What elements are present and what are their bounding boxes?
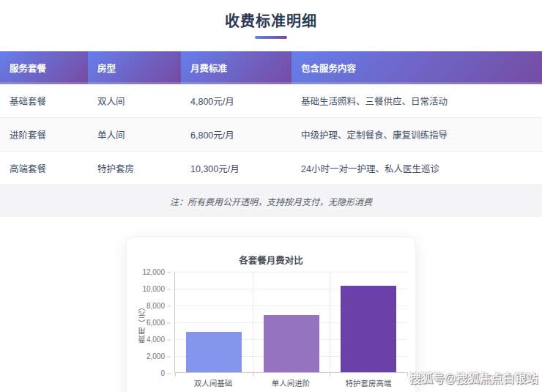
x-label-premium: 特护套房高端 (330, 377, 407, 388)
x-axis-labels: 双人间基础 单人间进阶 特护套房高端 (174, 377, 407, 388)
table-row: 进阶套餐 单人间 6,800元/月 中级护理、定制餐食、康复训练指导 (0, 118, 542, 152)
watermark: 搜狐号@搜狐焦点白银站 (409, 369, 538, 386)
cell-monthly-fee: 6,800元/月 (181, 118, 292, 151)
gridline (175, 272, 407, 273)
table-row: 基础套餐 双人间 4,800元/月 基础生活照料、三餐供应、日常活动 (0, 84, 542, 118)
table-header-monthly-fee: 月费标准 (181, 51, 292, 84)
gridline (330, 272, 330, 372)
cell-room-type: 单人间 (88, 118, 181, 151)
bar-chart-card: 各套餐月费对比 费用（元） 12,000 10,000 8,000 6,000 … (126, 237, 416, 392)
cell-package: 高端套餐 (0, 152, 88, 185)
table-header-room-type: 房型 (88, 51, 181, 84)
title-underline-accent (255, 36, 287, 39)
cell-room-type: 特护套房 (88, 152, 181, 185)
gridline (253, 272, 253, 372)
table-footnote: 注：所有费用公开透明，支持按月支付，无隐形消费 (0, 185, 542, 217)
x-label-basic: 双人间基础 (174, 377, 252, 388)
x-tick-mark (407, 373, 408, 377)
x-label-advanced: 单人间进阶 (252, 377, 330, 388)
cell-package: 进阶套餐 (0, 118, 88, 151)
y-tick: 12,000 (142, 268, 165, 276)
table-header-package: 服务套餐 (0, 51, 88, 84)
cell-services: 24小时一对一护理、私人医生巡诊 (292, 152, 542, 185)
y-tick: 0 (160, 369, 165, 377)
x-tick-mark (253, 373, 253, 377)
y-tick: 10,000 (142, 285, 165, 293)
cell-services: 基础生活照料、三餐供应、日常活动 (292, 84, 542, 117)
bar-basic-package (186, 332, 242, 372)
x-tick-mark (175, 373, 176, 377)
bar-advanced-package (264, 315, 319, 372)
bar-premium-package (341, 286, 396, 372)
cell-services: 中级护理、定制餐食、康复训练指导 (292, 118, 542, 151)
table-header-row: 服务套餐 房型 月费标准 包含服务内容 (0, 51, 542, 84)
table-row: 高端套餐 特护套房 10,300元/月 24小时一对一护理、私人医生巡诊 (0, 152, 542, 185)
table-header-services: 包含服务内容 (292, 51, 542, 84)
page: 收费标准明细 服务套餐 房型 月费标准 包含服务内容 基础套餐 双人间 4,80… (0, 0, 542, 392)
page-title: 收费标准明细 (0, 10, 542, 31)
cell-package: 基础套餐 (0, 84, 88, 117)
cell-monthly-fee: 10,300元/月 (181, 152, 292, 185)
y-tick: 8,000 (146, 302, 165, 310)
plot-area (174, 272, 407, 373)
pricing-table: 服务套餐 房型 月费标准 包含服务内容 基础套餐 双人间 4,800元/月 基础… (0, 51, 542, 217)
x-tick-mark (330, 373, 330, 377)
y-tick: 2,000 (146, 352, 165, 360)
y-axis-ticks: 12,000 10,000 8,000 6,000 4,000 2,000 0 (127, 272, 172, 373)
cell-monthly-fee: 4,800元/月 (181, 84, 292, 117)
cell-room-type: 双人间 (88, 84, 181, 117)
chart-title: 各套餐月费对比 (127, 253, 415, 267)
y-tick: 6,000 (146, 319, 165, 327)
y-tick: 4,000 (146, 336, 165, 344)
